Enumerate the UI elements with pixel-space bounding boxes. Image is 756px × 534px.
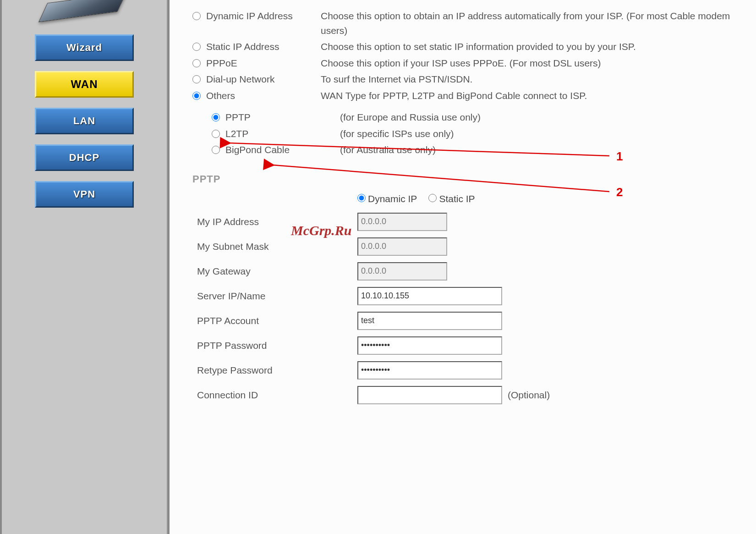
desc-pppoe: Choose this option if your ISP uses PPPo… <box>321 56 738 71</box>
label-account: PPTP Account <box>192 315 357 326</box>
desc-l2tp: (for specific ISPs use only) <box>340 127 738 141</box>
radio-dialup[interactable] <box>192 75 201 83</box>
input-password[interactable] <box>357 336 502 355</box>
desc-bigpond: (for Australia use only) <box>340 143 738 157</box>
label-my-ip: My IP Address <box>192 216 357 227</box>
label-bigpond: BigPond Cable <box>225 144 290 155</box>
label-retype: Retype Password <box>192 365 357 376</box>
label-dialup: Dial-up Network <box>206 74 274 85</box>
label-l2tp: L2TP <box>225 128 248 139</box>
nav-wizard[interactable]: Wizard <box>35 34 134 61</box>
label-password: PPTP Password <box>192 340 357 351</box>
radio-dynamic-ip-mode[interactable] <box>357 194 366 202</box>
radio-others[interactable] <box>192 92 201 100</box>
radio-dynamic-ip[interactable] <box>192 12 201 20</box>
desc-dynamic-ip: Choose this option to obtain an IP addre… <box>321 9 738 38</box>
optional-text: (Optional) <box>508 390 550 401</box>
input-server[interactable] <box>357 287 502 305</box>
input-conn-id[interactable] <box>357 386 502 404</box>
desc-others: WAN Type for PPTP, L2TP and BigPond Cabl… <box>321 88 738 103</box>
label-static-ip: Static IP Address <box>206 41 279 52</box>
desc-dialup: To surf the Internet via PSTN/ISDN. <box>321 72 738 87</box>
label-server: Server IP/Name <box>192 291 357 302</box>
label-pptp: PPTP <box>225 112 251 123</box>
label-conn-id: Connection ID <box>192 390 357 401</box>
label-my-gateway: My Gateway <box>192 266 357 277</box>
label-pppoe: PPPoE <box>206 58 237 69</box>
radio-static-ip[interactable] <box>192 43 201 51</box>
label-dynamic-ip: Dynamic IP Address <box>206 11 293 22</box>
nav-lan[interactable]: LAN <box>35 108 134 134</box>
sidebar: Wizard WAN LAN DHCP VPN <box>0 0 168 534</box>
nav-wan[interactable]: WAN <box>35 71 134 98</box>
input-retype[interactable] <box>357 361 502 380</box>
nav-vpn[interactable]: VPN <box>35 181 134 208</box>
radio-pppoe[interactable] <box>192 59 201 67</box>
radio-l2tp[interactable] <box>212 130 220 138</box>
radio-static-ip-mode[interactable] <box>428 194 437 202</box>
desc-static-ip: Choose this option to set static IP info… <box>321 39 738 54</box>
input-my-ip[interactable] <box>357 213 447 231</box>
input-my-subnet[interactable] <box>357 237 447 256</box>
label-static-ip-mode: Static IP <box>439 193 475 204</box>
main-content: Dynamic IP Address Choose this option to… <box>168 0 756 534</box>
label-dynamic-ip-mode: Dynamic IP <box>368 193 417 204</box>
label-my-subnet: My Subnet Mask <box>192 241 357 252</box>
input-my-gateway[interactable] <box>357 262 447 281</box>
pptp-section-title: PPTP <box>192 173 738 185</box>
desc-pptp: (for Europe and Russia use only) <box>340 110 738 125</box>
router-image <box>43 0 126 21</box>
label-others: Others <box>206 90 235 101</box>
nav-dhcp[interactable]: DHCP <box>35 144 134 171</box>
input-account[interactable] <box>357 312 502 330</box>
radio-pptp[interactable] <box>212 113 220 121</box>
radio-bigpond[interactable] <box>212 146 220 154</box>
